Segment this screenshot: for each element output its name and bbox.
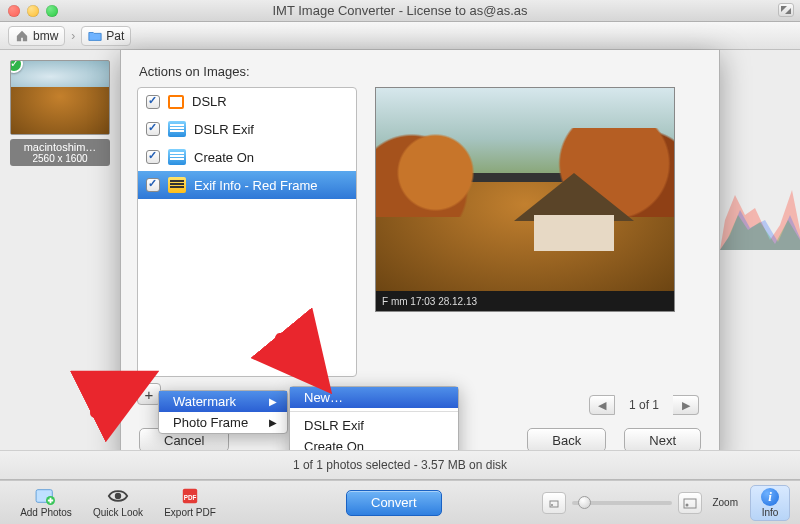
- action-row-create-on[interactable]: Create On: [138, 143, 356, 171]
- sheet-heading: Actions on Images:: [121, 50, 719, 87]
- checkbox[interactable]: [146, 122, 160, 136]
- fullscreen-button[interactable]: [778, 3, 794, 17]
- action-label: DSLR: [192, 94, 227, 109]
- svg-rect-8: [550, 501, 558, 507]
- slider-knob[interactable]: [578, 496, 591, 509]
- submenu-arrow-icon: ▶: [269, 396, 277, 407]
- status-text: 1 of 1 photos selected - 3.57 MB on disk: [293, 458, 507, 472]
- action-row-exif-info[interactable]: Exif Info - Red Frame: [138, 171, 356, 199]
- submenu-item-new[interactable]: New…: [290, 387, 458, 408]
- add-photos-icon: [35, 487, 57, 505]
- watermark-text-icon: [168, 121, 186, 137]
- histogram: [720, 160, 800, 250]
- checkbox[interactable]: [146, 150, 160, 164]
- checkbox[interactable]: [146, 95, 160, 109]
- action-row-dslr-exif[interactable]: DSLR Exif: [138, 115, 356, 143]
- triangle-left-icon: ◀: [598, 399, 606, 412]
- chevron-right-icon: ›: [71, 29, 75, 43]
- zoom-out-button[interactable]: [542, 492, 566, 514]
- watermark-text-icon: [168, 177, 186, 193]
- checkbox[interactable]: [146, 178, 160, 192]
- path-bar: bmw › Pat: [0, 22, 800, 50]
- minimize-window-button[interactable]: [27, 5, 39, 17]
- next-label: Next: [649, 433, 676, 448]
- preview-exif-text: F mm 17:03 28.12.13: [382, 296, 477, 307]
- info-button[interactable]: i Info: [750, 485, 790, 521]
- main-area: macintoshim… 2560 x 1600 Actions on Imag…: [0, 50, 800, 449]
- back-label: Back: [552, 433, 581, 448]
- titlebar: IMT Image Converter - License to as@as.a…: [0, 0, 800, 22]
- pager-info: 1 of 1: [615, 398, 673, 412]
- path-home-label: bmw: [33, 29, 58, 43]
- info-label: Info: [762, 507, 779, 518]
- thumbnail-name: macintoshim…: [10, 139, 110, 153]
- svg-point-5: [115, 493, 121, 499]
- back-button[interactable]: Back: [527, 428, 606, 452]
- thumbnail-image: [10, 60, 110, 135]
- toolbar-label: Add Photos: [20, 507, 72, 518]
- submenu-arrow-icon: ▶: [269, 417, 277, 428]
- svg-point-9: [551, 504, 553, 506]
- zoom-in-button[interactable]: [678, 492, 702, 514]
- close-window-button[interactable]: [8, 5, 20, 17]
- menu-label: Photo Frame: [173, 415, 248, 430]
- zoom-label: Zoom: [712, 497, 738, 508]
- folder-icon: [88, 30, 102, 42]
- quick-look-button[interactable]: Quick Look: [82, 483, 154, 523]
- zoom-slider[interactable]: [572, 501, 672, 505]
- path-folder-label: Pat: [106, 29, 124, 43]
- actions-list: DSLR DSLR Exif Create On: [137, 87, 357, 377]
- menu-label: DSLR Exif: [304, 418, 364, 433]
- svg-text:PDF: PDF: [184, 494, 197, 501]
- add-photos-button[interactable]: Add Photos: [10, 483, 82, 523]
- bottom-toolbar: Add Photos Quick Look PDF Export PDF Con…: [0, 480, 800, 524]
- zoom-control: Zoom: [542, 492, 738, 514]
- next-button[interactable]: Next: [624, 428, 701, 452]
- window-controls: [8, 5, 58, 17]
- preview-image: F mm 17:03 28.12.13: [375, 87, 675, 312]
- submenu-item-dslr-exif[interactable]: DSLR Exif: [290, 415, 458, 436]
- photo-thumbnail[interactable]: macintoshim… 2560 x 1600: [10, 60, 110, 166]
- menu-separator: [290, 411, 458, 412]
- home-icon: [15, 30, 29, 42]
- status-bar: 1 of 1 photos selected - 3.57 MB on disk: [0, 450, 800, 480]
- add-action-menu: Watermark ▶ Photo Frame ▶: [158, 390, 288, 434]
- cancel-label: Cancel: [164, 433, 204, 448]
- window-title: IMT Image Converter - License to as@as.a…: [0, 3, 800, 18]
- convert-label: Convert: [371, 495, 417, 510]
- triangle-right-icon: ▶: [682, 399, 690, 412]
- svg-point-11: [686, 503, 689, 506]
- action-label: Exif Info - Red Frame: [194, 178, 318, 193]
- menu-label: Watermark: [173, 394, 236, 409]
- action-row-dslr[interactable]: DSLR: [138, 88, 356, 115]
- action-label: Create On: [194, 150, 254, 165]
- menu-item-photo-frame[interactable]: Photo Frame ▶: [159, 412, 287, 433]
- toolbar-label: Export PDF: [164, 507, 216, 518]
- pdf-icon: PDF: [179, 487, 201, 505]
- path-folder[interactable]: Pat: [81, 26, 131, 46]
- toolbar-label: Quick Look: [93, 507, 143, 518]
- pager-next-button[interactable]: ▶: [673, 395, 699, 415]
- preview-pane: F mm 17:03 28.12.13: [375, 87, 703, 405]
- convert-button[interactable]: Convert: [346, 490, 442, 516]
- menu-label: New…: [304, 390, 343, 405]
- zoom-window-button[interactable]: [46, 5, 58, 17]
- preview-pager: ◀ 1 of 1 ▶: [589, 395, 699, 415]
- export-pdf-button[interactable]: PDF Export PDF: [154, 483, 226, 523]
- watermark-text-icon: [168, 149, 186, 165]
- svg-rect-10: [684, 499, 696, 508]
- action-label: DSLR Exif: [194, 122, 254, 137]
- thumbnail-dimensions: 2560 x 1600: [10, 153, 110, 166]
- menu-item-watermark[interactable]: Watermark ▶: [159, 391, 287, 412]
- path-home[interactable]: bmw: [8, 26, 65, 46]
- pager-prev-button[interactable]: ◀: [589, 395, 615, 415]
- info-icon: i: [761, 488, 779, 506]
- eye-icon: [107, 487, 129, 505]
- frame-icon: [168, 95, 184, 109]
- preview-info-bar: F mm 17:03 28.12.13: [376, 291, 674, 311]
- plus-icon: +: [145, 386, 154, 403]
